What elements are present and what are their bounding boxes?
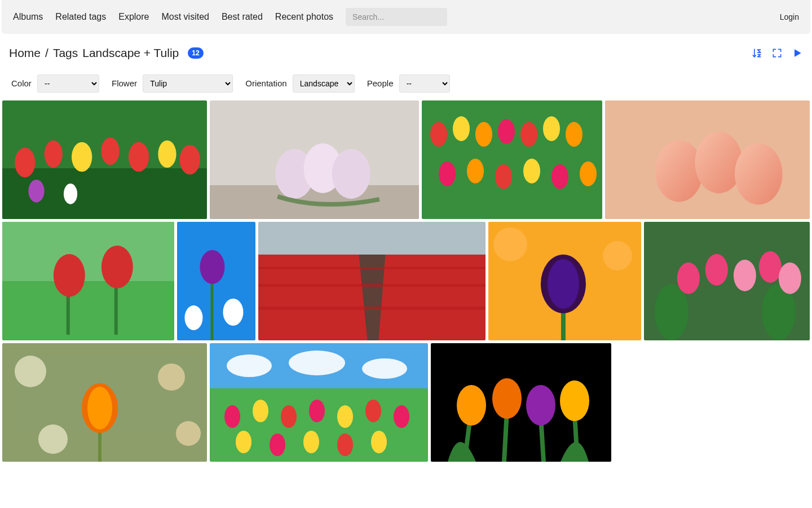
filter-people-label: People <box>367 78 394 88</box>
svg-point-53 <box>603 241 632 270</box>
svg-point-92 <box>492 378 522 419</box>
svg-point-74 <box>227 354 272 377</box>
svg-point-39 <box>102 246 133 288</box>
svg-point-4 <box>72 142 92 172</box>
svg-point-94 <box>560 380 589 421</box>
svg-point-91 <box>457 385 486 426</box>
svg-point-25 <box>467 159 484 183</box>
photo-thumb[interactable] <box>2 343 207 462</box>
svg-point-23 <box>566 122 582 147</box>
svg-point-3 <box>45 141 63 168</box>
photo-thumb[interactable] <box>177 222 255 340</box>
breadcrumb-row: Home / Tags Landscape + Tulip 12 <box>0 34 812 65</box>
svg-point-87 <box>303 431 319 453</box>
svg-point-42 <box>200 250 224 284</box>
svg-point-33 <box>735 143 783 205</box>
photo-thumb[interactable] <box>605 100 810 219</box>
breadcrumb-tag-combo: Landscape + Tulip <box>82 46 179 60</box>
photo-thumb[interactable] <box>488 222 641 340</box>
svg-rect-41 <box>210 278 213 340</box>
photo-thumb[interactable] <box>258 222 486 340</box>
result-count-badge: 12 <box>188 47 203 59</box>
photo-thumb[interactable] <box>431 343 611 462</box>
svg-point-93 <box>526 385 555 426</box>
photo-thumb[interactable] <box>2 100 207 219</box>
svg-point-43 <box>223 299 243 326</box>
nav-most-visited[interactable]: Most visited <box>161 12 209 22</box>
svg-point-18 <box>453 116 470 141</box>
svg-point-75 <box>289 351 345 375</box>
svg-point-21 <box>520 122 537 147</box>
svg-point-62 <box>734 260 756 291</box>
filter-bar: Color -- Flower Tulip Orientation Landsc… <box>0 65 812 100</box>
svg-point-60 <box>677 262 700 294</box>
svg-point-61 <box>705 254 728 286</box>
filter-orientation-select[interactable]: Landscape <box>293 75 355 93</box>
svg-point-10 <box>64 183 77 204</box>
svg-point-28 <box>551 164 568 189</box>
view-actions <box>751 47 803 59</box>
breadcrumb-home[interactable]: Home <box>9 46 41 60</box>
svg-point-88 <box>337 433 353 456</box>
filter-orientation-label: Orientation <box>245 78 286 88</box>
expand-icon[interactable] <box>771 47 783 59</box>
svg-rect-16 <box>422 100 602 219</box>
svg-point-64 <box>779 262 801 294</box>
svg-point-29 <box>580 161 597 186</box>
svg-point-20 <box>498 119 515 144</box>
photo-thumb[interactable] <box>210 100 419 219</box>
svg-point-27 <box>523 159 540 183</box>
photo-thumb[interactable] <box>210 343 428 462</box>
breadcrumb-tags-prefix: Tags <box>53 46 78 60</box>
filter-color-select[interactable]: -- <box>37 75 99 93</box>
svg-point-67 <box>158 364 185 391</box>
svg-point-52 <box>493 227 527 261</box>
filter-color-label: Color <box>11 78 32 88</box>
top-nav: Albums Related tags Explore Most visited… <box>2 0 810 34</box>
svg-point-89 <box>371 431 387 453</box>
svg-point-66 <box>15 356 46 387</box>
svg-point-80 <box>281 405 297 428</box>
svg-point-22 <box>543 116 560 141</box>
gallery-row <box>2 343 810 462</box>
svg-point-76 <box>362 358 407 379</box>
svg-point-83 <box>365 400 381 422</box>
svg-point-19 <box>475 122 492 147</box>
play-icon[interactable] <box>792 47 803 59</box>
filter-flower-select[interactable]: Tulip <box>143 75 233 93</box>
svg-point-6 <box>129 142 149 172</box>
svg-point-84 <box>394 405 409 428</box>
photo-thumb[interactable] <box>2 222 174 340</box>
svg-point-7 <box>158 141 176 168</box>
svg-point-24 <box>439 161 456 186</box>
nav-explore[interactable]: Explore <box>118 12 149 22</box>
photo-thumb[interactable] <box>644 222 810 340</box>
svg-point-5 <box>101 138 119 165</box>
breadcrumb: Home / Tags Landscape + Tulip 12 <box>9 46 204 60</box>
svg-point-68 <box>38 424 68 454</box>
svg-point-15 <box>332 149 370 199</box>
nav-best-rated[interactable]: Best rated <box>222 12 263 22</box>
svg-point-56 <box>548 259 579 309</box>
nav-recent-photos[interactable]: Recent photos <box>275 12 333 22</box>
photo-thumb[interactable] <box>422 100 602 219</box>
filter-flower-label: Flower <box>112 78 137 88</box>
svg-rect-50 <box>258 306 486 310</box>
login-link[interactable]: Login <box>780 12 799 21</box>
svg-point-32 <box>695 132 743 194</box>
svg-point-31 <box>655 141 703 202</box>
gallery-row <box>2 222 810 340</box>
svg-rect-35 <box>2 222 174 281</box>
svg-point-2 <box>15 148 35 177</box>
svg-rect-49 <box>258 284 486 287</box>
svg-point-17 <box>430 122 447 147</box>
nav-related-tags[interactable]: Related tags <box>55 12 106 22</box>
svg-point-44 <box>184 305 202 330</box>
svg-point-63 <box>759 251 782 283</box>
svg-point-86 <box>270 433 285 456</box>
sort-az-icon[interactable] <box>751 47 762 59</box>
svg-point-38 <box>54 254 85 297</box>
search-input[interactable] <box>346 8 447 26</box>
nav-albums[interactable]: Albums <box>13 12 43 22</box>
filter-people-select[interactable]: -- <box>399 75 450 93</box>
